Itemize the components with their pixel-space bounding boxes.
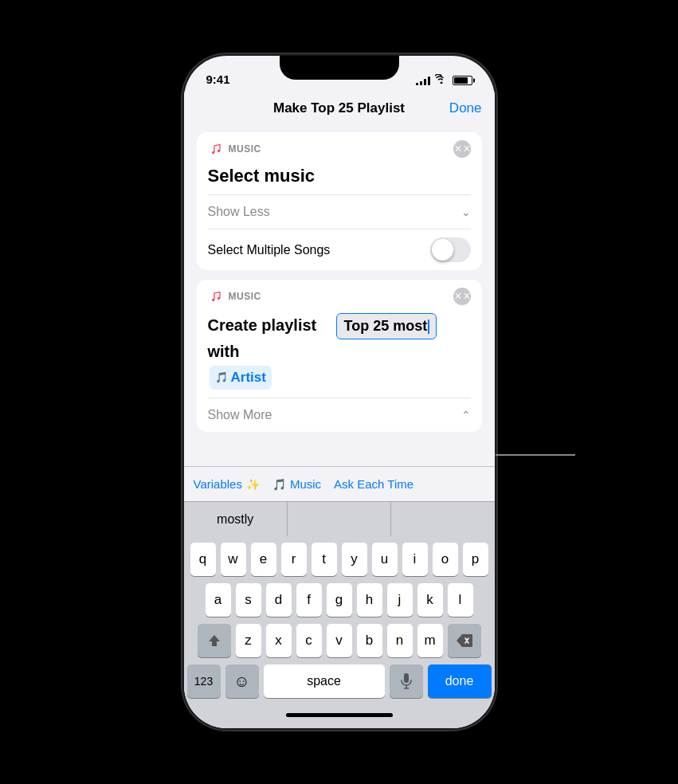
- key-s[interactable]: s: [236, 583, 261, 617]
- key-o[interactable]: o: [433, 543, 458, 576]
- key-a[interactable]: a: [206, 583, 231, 617]
- variables-label: Variables: [194, 477, 242, 491]
- card1-music-label: MUSIC: [229, 143, 261, 155]
- key-z[interactable]: z: [236, 624, 261, 657]
- music-toolbar-label: Music: [290, 477, 321, 491]
- signal-bar-1: [416, 83, 418, 85]
- done-key-label: done: [445, 674, 474, 688]
- num-key[interactable]: 123: [187, 664, 221, 698]
- key-row-3: z x c v b n m: [187, 624, 492, 657]
- variables-toolbar-item[interactable]: Variables ✨: [194, 477, 260, 491]
- key-p[interactable]: p: [463, 543, 488, 576]
- done-button[interactable]: Done: [449, 100, 482, 116]
- connector-line: [496, 454, 575, 456]
- num-label: 123: [194, 675, 213, 688]
- key-b[interactable]: b: [357, 624, 382, 657]
- cursor: [428, 319, 429, 334]
- key-v[interactable]: v: [327, 624, 352, 657]
- key-l[interactable]: l: [448, 583, 473, 617]
- chevron-down-icon: ⌄: [461, 206, 471, 218]
- home-bar: [286, 713, 393, 717]
- key-f[interactable]: f: [296, 583, 322, 617]
- scroll-area: MUSIC × Select music Show Less ⌄ Select …: [184, 126, 495, 466]
- artist-token[interactable]: 🎵 Artist: [210, 366, 272, 390]
- music-note-icon-2: [208, 288, 224, 304]
- signal-bar-2: [420, 81, 422, 85]
- key-d[interactable]: d: [266, 583, 292, 617]
- select-multiple-songs-label: Select Multiple Songs: [208, 243, 331, 257]
- with-text: with: [208, 343, 240, 360]
- key-h[interactable]: h: [357, 583, 382, 617]
- chevron-up-icon: ⌃: [461, 409, 471, 421]
- music-toolbar-item[interactable]: 🎵 Music: [272, 477, 321, 491]
- key-m[interactable]: m: [417, 624, 443, 657]
- key-t[interactable]: t: [312, 543, 337, 576]
- page-header: Make Top 25 Playlist Done: [184, 91, 495, 126]
- phone-frame: 9:41 Make Top 2: [184, 56, 495, 728]
- key-x[interactable]: x: [266, 624, 292, 657]
- key-r[interactable]: r: [281, 543, 307, 576]
- key-j[interactable]: j: [387, 583, 413, 617]
- content-area: Make Top 25 Playlist Done: [184, 91, 495, 728]
- card2-music-label: MUSIC: [229, 291, 261, 302]
- key-n[interactable]: n: [387, 624, 413, 657]
- signal-bars-icon: [416, 76, 430, 85]
- shift-key[interactable]: [198, 624, 231, 657]
- signal-bar-3: [424, 79, 426, 85]
- show-less-row[interactable]: Show Less ⌄: [197, 195, 482, 229]
- home-indicator: [184, 701, 495, 728]
- create-playlist-card: MUSIC × Create playlist Top 25 most with…: [197, 280, 482, 432]
- key-row-4: 123 ☺ space done: [187, 664, 492, 698]
- shortcuts-toolbar: Variables ✨ 🎵 Music Ask Each Time: [184, 466, 495, 501]
- key-q[interactable]: q: [190, 543, 216, 576]
- delete-key[interactable]: [448, 624, 481, 657]
- card2-close-button[interactable]: ×: [453, 288, 471, 305]
- create-playlist-prefix: Create playlist: [208, 316, 317, 334]
- key-g[interactable]: g: [327, 583, 352, 617]
- key-row-1: q w e r t y u i o p: [187, 543, 492, 576]
- battery-fill: [454, 77, 468, 84]
- key-e[interactable]: e: [251, 543, 276, 576]
- emoji-key[interactable]: ☺: [225, 664, 259, 698]
- svg-rect-0: [404, 673, 409, 683]
- autocomplete-text-1: mostly: [217, 512, 253, 527]
- top25-text: Top 25 most: [343, 318, 427, 334]
- autocomplete-word-3[interactable]: [391, 502, 494, 536]
- ask-each-time-toolbar-item[interactable]: Ask Each Time: [334, 477, 413, 491]
- show-more-row[interactable]: Show More ⌃: [197, 398, 482, 432]
- status-time: 9:41: [206, 73, 230, 86]
- shift-icon: [207, 633, 221, 648]
- spacing1: [321, 316, 330, 334]
- create-playlist-content: Create playlist Top 25 most with 🎵 Artis…: [197, 310, 482, 398]
- signal-bar-4: [428, 76, 430, 85]
- key-y[interactable]: y: [342, 543, 367, 576]
- key-k[interactable]: k: [417, 583, 443, 617]
- key-c[interactable]: c: [296, 624, 322, 657]
- select-music-text: Select music: [197, 163, 482, 194]
- mic-icon: [401, 673, 412, 689]
- notch: [280, 56, 399, 80]
- key-w[interactable]: w: [221, 543, 246, 576]
- autocomplete-word-1[interactable]: mostly: [184, 502, 288, 536]
- show-less-label: Show Less: [208, 205, 270, 219]
- done-key[interactable]: done: [428, 664, 492, 698]
- token-music-icon: 🎵: [215, 370, 228, 386]
- autocomplete-word-2[interactable]: [288, 502, 391, 536]
- key-u[interactable]: u: [372, 543, 398, 576]
- card1-header: MUSIC ×: [197, 132, 482, 163]
- space-key[interactable]: space: [264, 664, 385, 698]
- show-more-label: Show More: [208, 408, 272, 422]
- magic-wand-icon: ✨: [246, 478, 260, 491]
- top25-text-container: Top 25 most: [336, 313, 437, 339]
- mic-key[interactable]: [390, 664, 423, 698]
- card2-header: MUSIC ×: [197, 280, 482, 310]
- card1-close-button[interactable]: ×: [453, 140, 471, 158]
- wifi-icon: [435, 74, 448, 86]
- card1-label-row: MUSIC: [208, 141, 261, 157]
- select-multiple-toggle[interactable]: [430, 237, 471, 262]
- music-note-icon: [208, 141, 224, 157]
- autocomplete-bar: mostly: [184, 501, 495, 536]
- key-i[interactable]: i: [402, 543, 428, 576]
- page-title: Make Top 25 Playlist: [273, 100, 405, 116]
- toggle-knob: [432, 239, 453, 261]
